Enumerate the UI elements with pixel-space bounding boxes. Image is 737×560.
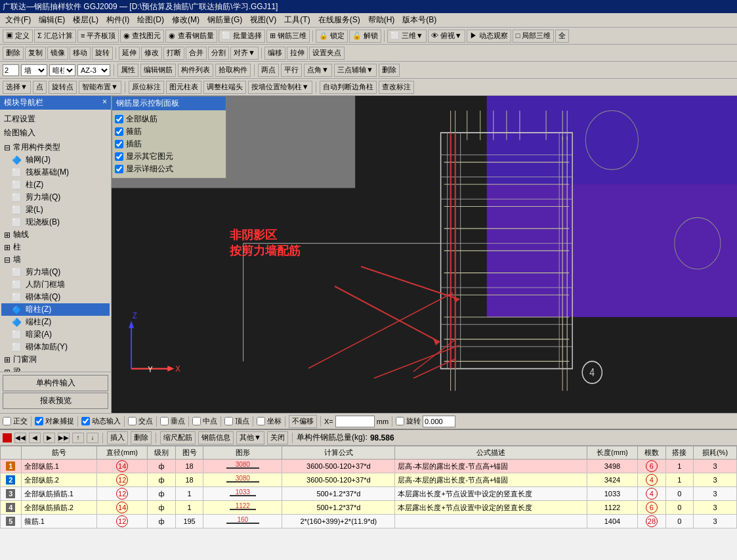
tree-slab[interactable]: ⬜现浇板(B) — [1, 216, 110, 228]
btn-point-angle[interactable]: 点角▼ — [304, 64, 332, 77]
tree-wall-section[interactable]: ⊟ 墙 — [1, 253, 110, 266]
layer-input[interactable] — [3, 64, 19, 76]
menu-help[interactable]: 帮助(H) — [364, 13, 399, 27]
tree-anti-blast[interactable]: ⬜人防门框墙 — [1, 278, 110, 291]
btn-smart-layout[interactable]: 智能布置▼ — [79, 81, 121, 94]
btn-find[interactable]: ◉ 查找图元 — [120, 30, 164, 43]
check-stirrup[interactable]: 箍筋 — [115, 125, 223, 138]
btn-other[interactable]: 其他▼ — [236, 431, 264, 444]
btn-close[interactable]: 关闭 — [267, 431, 288, 444]
btn-rotate[interactable]: 旋转 — [92, 47, 113, 60]
btn-check-label[interactable]: 查改标注 — [379, 81, 414, 94]
menu-draw[interactable]: 绘图(D) — [133, 13, 168, 27]
menu-edit[interactable]: 编辑(E) — [35, 13, 69, 27]
tree-hidden-beam[interactable]: ⬜暗梁(A) — [1, 328, 110, 341]
check-all-longitudinal[interactable]: 全部纵筋 — [115, 113, 223, 125]
checkbox-dynamic[interactable] — [81, 417, 90, 425]
tree-beam[interactable]: ⬜梁(L) — [1, 204, 110, 216]
btn-adjust-end[interactable]: 调整柱端头 — [203, 81, 246, 94]
tree-hidden-column[interactable]: 🔷暗柱(Z) — [1, 303, 110, 316]
tree-shear-wall[interactable]: ⬜剪力墙(Q) — [1, 191, 110, 204]
menu-online[interactable]: 在线服务(S) — [314, 13, 364, 27]
btn-select[interactable]: 选择▼ — [3, 81, 31, 94]
x-input[interactable] — [335, 416, 375, 427]
btn-edit-rebar[interactable]: 编辑钢筋 — [140, 64, 176, 77]
btn-merge[interactable]: 合并 — [186, 47, 207, 60]
btn-break[interactable]: 打断 — [163, 47, 184, 60]
wall-subtype-select[interactable]: 暗柱 — [49, 64, 75, 76]
btn-define[interactable]: ▣ 定义 — [3, 30, 33, 43]
tree-column[interactable]: ⬜柱(Z) — [1, 179, 110, 191]
btn-align-slab[interactable]: ≡ 平齐板顶 — [77, 30, 119, 43]
btn-lock[interactable]: 🔒 锁定 — [316, 30, 348, 43]
canvas-area[interactable]: 4 Z X Y 钢筋显示控制 — [112, 96, 737, 413]
btn-last[interactable]: ▶▶ — [58, 433, 70, 443]
wall-type-select[interactable]: 墙 — [21, 64, 47, 76]
btn-engineering-settings[interactable]: 工程设置 — [1, 112, 110, 126]
btn-label[interactable]: 原位标注 — [129, 81, 164, 94]
btn-point-draw[interactable]: 点 — [33, 81, 47, 94]
tree-axis[interactable]: 🔷轴网(J) — [1, 154, 110, 166]
btn-first[interactable]: ◀◀ — [14, 433, 26, 443]
btn-two-point[interactable]: 两点 — [258, 64, 279, 77]
btn-calculate[interactable]: Σ 汇总计算 — [34, 30, 76, 43]
checkbox-snap[interactable] — [35, 417, 43, 425]
btn-column-table[interactable]: 图元柱表 — [166, 81, 201, 94]
check-insert[interactable]: 插筋 — [115, 138, 223, 150]
menu-version[interactable]: 版本号(B) — [398, 13, 440, 27]
btn-scale-rebar[interactable]: 缩尺配筋 — [160, 431, 196, 444]
btn-component-list[interactable]: 构件列表 — [178, 64, 213, 77]
checkbox-intersect[interactable] — [128, 417, 137, 425]
table-row[interactable]: 3全部纵筋插筋.112ф1 1033 500+1.2*37*d本层露出长度+节点… — [1, 487, 737, 501]
btn-report-preview[interactable]: 报表预览 — [3, 393, 108, 409]
btn-local3d[interactable]: □ 局部三维 — [513, 30, 555, 43]
btn-insert[interactable]: 插入 — [107, 431, 128, 444]
btn-down[interactable]: ↓ — [87, 433, 98, 443]
table-row[interactable]: 1全部纵筋.114ф18 3080 3600-500-120+37*d层高-本层… — [1, 460, 737, 473]
btn-single-component[interactable]: 单构件输入 — [3, 375, 108, 391]
sidebar-close[interactable]: × — [102, 97, 107, 108]
btn-prev[interactable]: ◀ — [29, 433, 41, 443]
btn-three-point[interactable]: 三点辅轴▼ — [334, 64, 377, 77]
tree-masonry-rebar[interactable]: ⬜砌体加筋(Y) — [1, 341, 110, 353]
btn-auto-corner[interactable]: 自动判断边角柱 — [320, 81, 377, 94]
btn-rebar-info[interactable]: 钢筋信息 — [198, 431, 234, 444]
menu-tools[interactable]: 工具(T) — [280, 13, 314, 27]
btn-up[interactable]: ↑ — [72, 433, 84, 443]
btn-pick-component[interactable]: 拾取构件 — [215, 64, 251, 77]
btn-extend[interactable]: 延伸 — [119, 47, 140, 60]
btn-next[interactable]: ▶ — [43, 433, 55, 443]
btn-no-offset[interactable]: 不偏移 — [289, 415, 317, 428]
tree-end-column[interactable]: 🔷端柱(Z) — [1, 316, 110, 328]
menu-modify[interactable]: 修改(M) — [168, 13, 203, 27]
tree-masonry[interactable]: ⬜砌体墙(Q) — [1, 291, 110, 303]
btn-dynamic[interactable]: ▶ 动态观察 — [467, 30, 511, 43]
tree-beam-section[interactable]: ⊞ 梁 — [1, 366, 110, 372]
btn-rebar-3d[interactable]: ⊞ 钢筋三维 — [266, 30, 310, 43]
checkbox-coord[interactable] — [257, 417, 265, 425]
menu-rebar[interactable]: 钢筋量(G) — [203, 13, 246, 27]
btn-view-rebar[interactable]: ◉ 查看钢筋量 — [165, 30, 217, 43]
rotate-input[interactable] — [423, 416, 455, 427]
menu-view[interactable]: 视图(V) — [246, 13, 280, 27]
btn-move[interactable]: 移动 — [70, 47, 91, 60]
menu-file[interactable]: 文件(F) — [1, 13, 35, 27]
btn-place-column[interactable]: 按墙位置绘制柱▼ — [248, 81, 312, 94]
checkbox-mid[interactable] — [192, 417, 201, 425]
btn-batch-select[interactable]: ⬜ 批量选择 — [219, 30, 265, 43]
menu-component[interactable]: 构件(I) — [102, 13, 133, 27]
btn-split[interactable]: 分割 — [208, 47, 229, 60]
btn-grip[interactable]: 设置夹点 — [309, 47, 345, 60]
btn-draw-input[interactable]: 绘图输入 — [1, 126, 110, 140]
tree-shear-wall-sub[interactable]: ⬜剪力墙(Q) — [1, 266, 110, 278]
checkbox-rotate[interactable] — [396, 417, 404, 425]
btn-rotate-point[interactable]: 旋转点 — [49, 81, 77, 94]
btn-mirror[interactable]: 镜像 — [47, 47, 68, 60]
table-row[interactable]: 5箍筋.112ф195 160 2*(160+399)+2*(11.9*d)14… — [1, 515, 737, 528]
tree-column-section[interactable]: ⊞ 柱 — [1, 241, 110, 253]
checkbox-perp[interactable] — [160, 417, 169, 425]
btn-full[interactable]: 全 — [555, 30, 569, 43]
btn-unlock[interactable]: 🔓 解锁 — [349, 30, 381, 43]
tree-door-window[interactable]: ⊞ 门窗洞 — [1, 353, 110, 366]
wall-id-select[interactable]: AZ-3 — [77, 64, 110, 76]
